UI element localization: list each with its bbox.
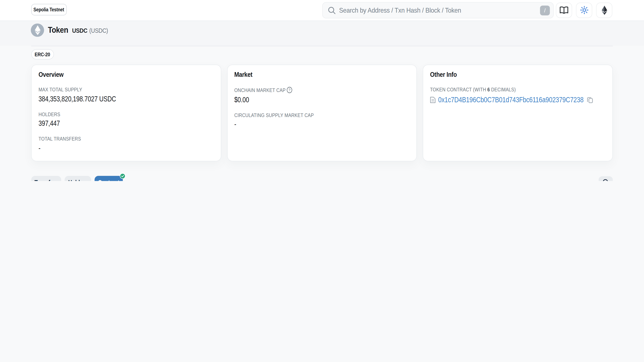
- svg-text:?: ?: [288, 88, 290, 92]
